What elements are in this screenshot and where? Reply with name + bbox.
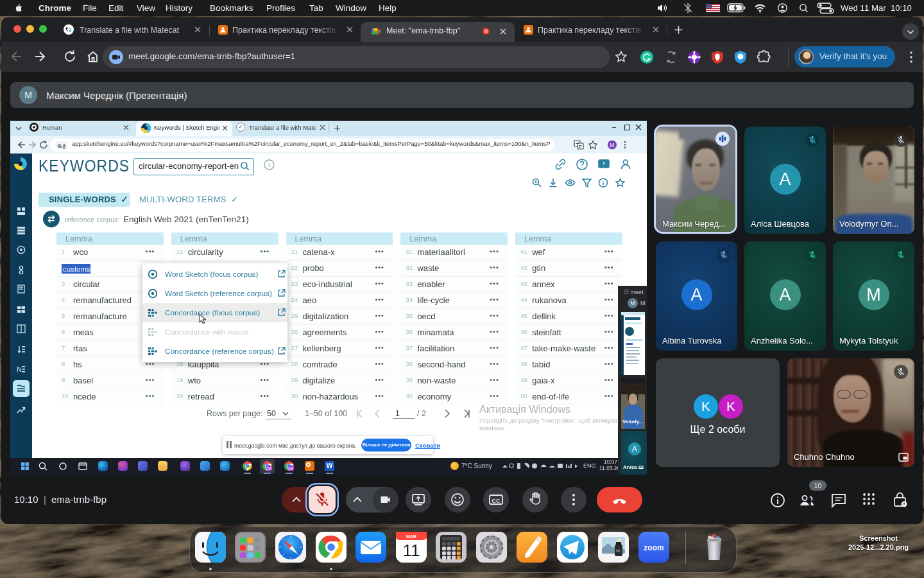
svg-text:M: M xyxy=(268,466,271,471)
svg-text:M: M xyxy=(610,142,614,148)
svg-text:N: N xyxy=(17,365,22,373)
svg-text:CC: CC xyxy=(492,498,501,504)
svg-text:zoom: zoom xyxy=(644,543,663,552)
svg-text:MAR: MAR xyxy=(406,534,416,539)
svg-text:ink: ink xyxy=(616,548,620,552)
svg-text:11: 11 xyxy=(403,541,420,560)
svg-text:M: M xyxy=(289,466,293,471)
